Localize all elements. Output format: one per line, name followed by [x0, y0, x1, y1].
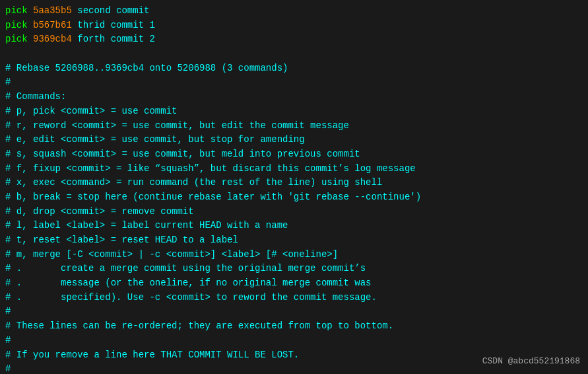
hash-3: 9369cb4	[33, 34, 72, 44]
cmd-squash: # s, squash <commit> = use commit, but m…	[5, 147, 583, 162]
code-line-3: pick 9369cb4 forth commit 2	[5, 32, 583, 47]
comment-hash-1: #	[5, 75, 583, 90]
cmd-reword: # r, reword <commit> = use commit, but e…	[5, 119, 583, 133]
cmd-exec: # x, exec <command> = run command (the r…	[5, 176, 583, 190]
reorder-note: # These lines can be re-ordered; they ar…	[5, 319, 583, 334]
cmd-edit: # e, edit <commit> = use commit, but sto…	[5, 133, 583, 147]
pick-keyword-2: pick	[5, 20, 33, 30]
blank-1	[5, 47, 583, 61]
pick-keyword-3: pick	[5, 34, 33, 44]
cmd-merge-desc2: # . message (or the oneline, if no origi…	[5, 276, 583, 291]
cmd-merge-desc3: # . specified). Use -c <commit> to rewor…	[5, 291, 583, 305]
hash-1: 5aa35b5	[33, 5, 72, 16]
cmd-label: # l, label <label> = label current HEAD …	[5, 219, 583, 233]
cmd-reset: # t, reset <label> = reset HEAD to a lab…	[5, 233, 583, 248]
cmd-drop: # d, drop <commit> = remove commit	[5, 205, 583, 219]
comment-hash-3: #	[5, 334, 583, 348]
msg-2: thrid commit 1	[72, 20, 155, 30]
pick-keyword-1: pick	[5, 5, 33, 16]
msg-1: second commit	[72, 5, 150, 16]
code-line-2: pick b567b61 thrid commit 1	[5, 19, 583, 33]
cmd-merge-desc1: # . create a merge commit using the orig…	[5, 262, 583, 276]
comment-hash-2: #	[5, 305, 583, 319]
watermark: CSDN @abcd552191868	[482, 356, 580, 366]
cmd-break: # b, break = stop here (continue rebase …	[5, 190, 583, 205]
cmd-merge: # m, merge [-C <commit> | -c <commit>] <…	[5, 248, 583, 262]
hash-2: b567b61	[33, 20, 72, 30]
cmd-fixup: # f, fixup <commit> = like “squash”, but…	[5, 162, 583, 176]
msg-3: forth commit 2	[72, 34, 155, 44]
commands-header: # Commands:	[5, 90, 583, 104]
rebase-info: # Rebase 5206988..9369cb4 onto 5206988 (…	[5, 61, 583, 76]
code-line-1: pick 5aa35b5 second commit	[5, 4, 583, 19]
cmd-pick: # p, pick <commit> = use commit	[5, 104, 583, 119]
terminal-window: pick 5aa35b5 second commit pick b567b61 …	[0, 0, 588, 374]
